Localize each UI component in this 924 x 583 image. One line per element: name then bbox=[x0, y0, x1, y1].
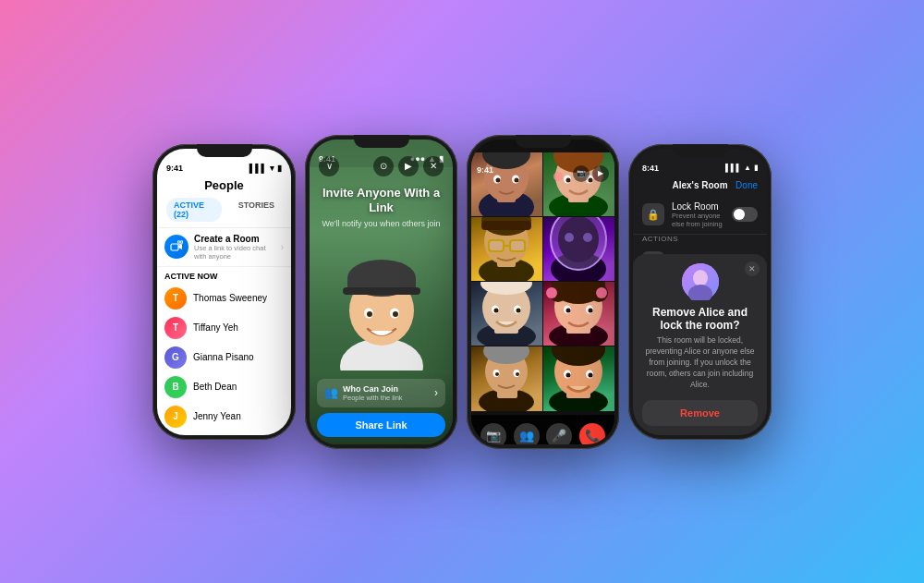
notch-1 bbox=[197, 144, 252, 157]
phone-3-screen: 9:41 📷 ▶ bbox=[471, 140, 614, 444]
tab-stories[interactable]: STORIES bbox=[231, 198, 282, 222]
room-settings-screen: 8:41 ▌▌▌ ▲ ▮ Done Alex's Room Done 🔒 bbox=[633, 149, 767, 435]
back-button[interactable]: ∨ bbox=[319, 156, 339, 176]
room-header: Done Alex's Room Done bbox=[633, 176, 767, 196]
lock-room-row[interactable]: 🔒 Lock Room Prevent anyone else from joi… bbox=[633, 196, 767, 235]
share-link-button[interactable]: Share Link bbox=[317, 413, 445, 437]
phone-3: 9:41 📷 ▶ bbox=[467, 135, 619, 449]
status-icons-4: ▌▌▌ ▲ ▮ bbox=[725, 164, 758, 172]
wifi-icon-4: ▲ bbox=[744, 164, 751, 172]
who-can-join-info: 👥 Who Can Join People with the link bbox=[324, 384, 403, 402]
contact-jenny[interactable]: J Jenny Yean bbox=[157, 402, 291, 431]
name-beth: Beth Dean bbox=[193, 382, 237, 392]
video-grid-screen: 9:41 📷 ▶ bbox=[471, 152, 614, 444]
camera-top-icon[interactable]: 📷 bbox=[573, 165, 590, 182]
signal-icon: ▌▌▌ bbox=[249, 164, 267, 173]
video-top-icon[interactable]: ▶ bbox=[592, 165, 609, 182]
name-gianna: Gianna Pisano bbox=[193, 352, 254, 362]
effects-button[interactable]: ▶ bbox=[398, 156, 419, 176]
create-room-row[interactable]: Create a Room Use a link to video chat w… bbox=[157, 228, 291, 267]
mute-button[interactable]: 🎤 bbox=[546, 423, 572, 444]
invite-overlay: Invite Anyone With a Link We'll notify y… bbox=[310, 186, 453, 229]
contact-tiffany[interactable]: T Tiffany Yeh bbox=[157, 313, 291, 343]
phone-4: 8:41 ▌▌▌ ▲ ▮ Done Alex's Room Done 🔒 bbox=[628, 144, 772, 440]
avatar-gianna: G bbox=[164, 346, 187, 369]
modal-body: This room will be locked, preventing Ali… bbox=[642, 335, 758, 390]
create-room-icon bbox=[164, 235, 188, 259]
close-video-button[interactable]: ✕ bbox=[423, 156, 444, 176]
face-8 bbox=[543, 346, 614, 410]
create-room-text: Create a Room Use a link to video chat w… bbox=[194, 234, 275, 261]
video-cell-3 bbox=[471, 217, 542, 281]
call-controls-bar: 📷 👥 🎤 📞 bbox=[471, 415, 614, 444]
camera-btn-icon: 📷 bbox=[486, 429, 501, 443]
people-title: People bbox=[157, 176, 291, 198]
wifi-icon: ▾ bbox=[270, 164, 274, 173]
svg-rect-0 bbox=[171, 244, 178, 250]
invite-screen: 9:41 ●●● ▲ ▮ ∨ ⊙ bbox=[310, 140, 453, 444]
phone-1-screen: 9:41 ▌▌▌ ▾ ▮ People ACTIVE (22) STORIES bbox=[157, 149, 291, 435]
contact-matt[interactable]: M Matt Blanchard bbox=[157, 431, 291, 435]
phone-4-screen: 8:41 ▌▌▌ ▲ ▮ Done Alex's Room Done 🔒 bbox=[633, 149, 767, 435]
phones-container: 9:41 ▌▌▌ ▾ ▮ People ACTIVE (22) STORIES bbox=[134, 116, 790, 468]
avatar-tiffany: T bbox=[164, 317, 187, 339]
video-cell-4: ✦ ✦ bbox=[543, 217, 614, 281]
participants-icon: 👥 bbox=[519, 429, 534, 443]
svg-point-82 bbox=[589, 372, 593, 377]
svg-point-65 bbox=[546, 287, 557, 298]
svg-point-81 bbox=[566, 372, 571, 377]
people-screen: 9:41 ▌▌▌ ▾ ▮ People ACTIVE (22) STORIES bbox=[157, 149, 291, 435]
end-call-button[interactable]: 📞 bbox=[579, 423, 605, 444]
phone-2-screen: 9:41 ●●● ▲ ▮ ∨ ⊙ bbox=[310, 140, 453, 444]
contact-thomas[interactable]: T Thomas Sweeney bbox=[157, 284, 291, 313]
people-tabs: ACTIVE (22) STORIES bbox=[157, 198, 291, 228]
done-button[interactable]: Done bbox=[736, 180, 758, 190]
notch-3 bbox=[516, 135, 571, 148]
video-status-bar: 9:41 📷 ▶ bbox=[471, 165, 614, 182]
lock-toggle[interactable] bbox=[732, 207, 758, 222]
video-cell-2 bbox=[543, 152, 614, 216]
avatar-beth: B bbox=[164, 376, 187, 398]
participants-button[interactable]: 👥 bbox=[514, 423, 540, 444]
contact-gianna[interactable]: G Gianna Pisano bbox=[157, 343, 291, 372]
lock-room-title: Lock Room bbox=[672, 201, 724, 212]
lock-icon: 🔒 bbox=[642, 203, 664, 225]
end-call-icon: 📞 bbox=[585, 429, 600, 443]
tab-active[interactable]: ACTIVE (22) bbox=[166, 198, 222, 222]
chevron-down-icon: ∨ bbox=[326, 161, 333, 171]
face-3 bbox=[471, 217, 542, 281]
phone-2: 9:41 ●●● ▲ ▮ ∨ ⊙ bbox=[305, 135, 457, 449]
svg-point-54 bbox=[517, 309, 521, 313]
camera-button[interactable]: 📷 bbox=[480, 423, 506, 444]
modal-close-button[interactable]: ✕ bbox=[745, 261, 760, 276]
name-jenny: Jenny Yean bbox=[193, 411, 241, 421]
mic-icon: 🎤 bbox=[552, 429, 566, 443]
actions-label: ACTIONS bbox=[633, 235, 767, 246]
svg-rect-36 bbox=[481, 221, 531, 230]
who-can-join-value: People with the link bbox=[343, 394, 403, 402]
video-cell-5 bbox=[471, 282, 542, 346]
svg-point-74 bbox=[516, 372, 519, 376]
invite-title: Invite Anyone With a Link bbox=[310, 186, 453, 217]
svg-point-53 bbox=[494, 309, 499, 313]
lock-room-text: Lock Room Prevent anyone else from joini… bbox=[672, 201, 724, 228]
battery-icon-4: ▮ bbox=[754, 164, 758, 172]
video-cell-6 bbox=[543, 282, 614, 346]
contact-beth[interactable]: B Beth Dean bbox=[157, 372, 291, 402]
video-controls: ∨ ⊙ ▶ ✕ bbox=[310, 156, 453, 176]
video-cell-8 bbox=[543, 346, 614, 410]
who-can-join-row[interactable]: 👥 Who Can Join People with the link › bbox=[317, 379, 445, 407]
chevron-right-icon: › bbox=[281, 242, 284, 252]
room-title: Alex's Room bbox=[664, 180, 736, 190]
video-top-icons: 📷 ▶ bbox=[573, 165, 609, 182]
time-4: 8:41 bbox=[642, 164, 659, 173]
svg-point-64 bbox=[589, 309, 593, 313]
camera-switch-button[interactable]: ⊙ bbox=[373, 156, 394, 176]
face-1 bbox=[471, 152, 542, 216]
video-icon: ▶ bbox=[405, 161, 412, 171]
phone-1: 9:41 ▌▌▌ ▾ ▮ People ACTIVE (22) STORIES bbox=[152, 144, 296, 440]
remove-button[interactable]: Remove bbox=[642, 400, 758, 426]
notch-4 bbox=[673, 144, 728, 157]
chevron-right-icon-2: › bbox=[434, 386, 438, 399]
video-cell-1 bbox=[471, 152, 542, 216]
